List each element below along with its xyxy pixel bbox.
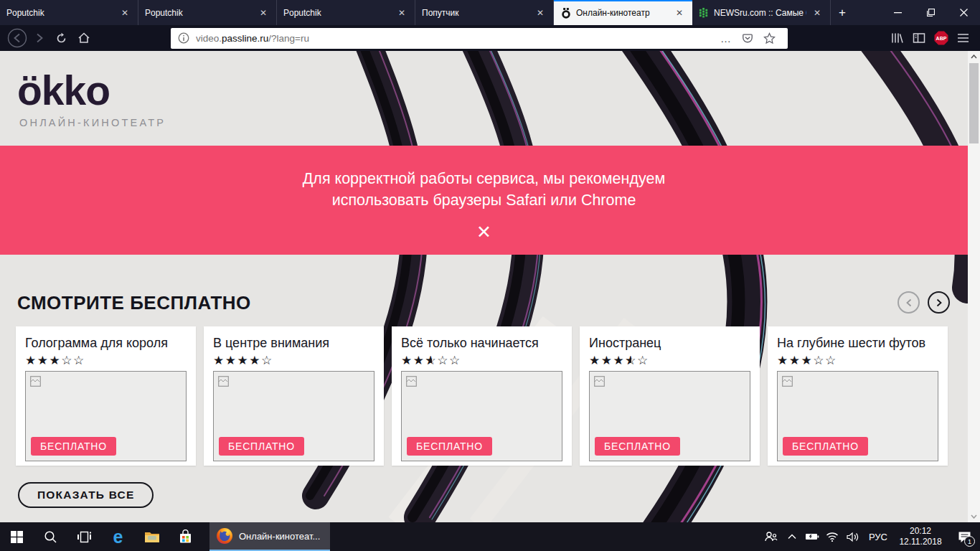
clock[interactable]: 20:12 12.11.2018 — [892, 522, 948, 551]
tab-title: Poputchik — [283, 8, 391, 18]
site-info-icon[interactable] — [178, 32, 189, 44]
movie-poster-placeholder[interactable]: БЕСПЛАТНО — [777, 371, 938, 461]
store-icon — [179, 529, 192, 544]
movie-poster-placeholder[interactable]: БЕСПЛАТНО — [25, 371, 187, 461]
movie-poster-placeholder[interactable]: БЕСПЛАТНО — [401, 371, 562, 461]
tab-newsru[interactable]: NEWSru.com :: Самые 6 ✕ — [692, 0, 831, 25]
battery-icon — [805, 532, 819, 541]
tab-close-icon[interactable]: ✕ — [257, 6, 270, 19]
language-indicator[interactable]: РУС — [864, 522, 892, 551]
menu-button[interactable] — [952, 27, 974, 49]
page-actions-button[interactable]: … — [715, 32, 737, 44]
notification-count-badge: 1 — [964, 536, 975, 547]
taskbar-active-task-firefox[interactable]: Онлайн-кинотеат... — [209, 522, 330, 551]
wifi-button[interactable] — [822, 522, 842, 551]
people-button[interactable] — [759, 522, 782, 551]
reload-button[interactable] — [50, 27, 72, 49]
free-badge: БЕСПЛАТНО — [595, 437, 680, 456]
scrollbar-down-arrow[interactable] — [968, 511, 980, 522]
forward-button[interactable] — [28, 27, 50, 49]
tab-title: Poputchik — [6, 8, 114, 18]
pocket-icon — [742, 32, 753, 44]
free-badge: БЕСПЛАТНО — [219, 437, 304, 456]
back-button[interactable] — [6, 27, 28, 49]
chevron-up-icon — [788, 534, 796, 540]
sidebar-button[interactable] — [908, 27, 930, 49]
movie-card[interactable]: На глубине шести футов ★★★☆☆ БЕСПЛАТНО — [768, 326, 948, 466]
start-button[interactable] — [0, 522, 34, 551]
task-view-button[interactable] — [67, 522, 101, 551]
new-tab-button[interactable]: + — [831, 0, 854, 25]
tab-poputchik-2[interactable]: Poputchik ✕ — [138, 0, 277, 25]
home-icon — [77, 32, 90, 44]
close-window-button[interactable] — [947, 0, 980, 25]
star-rating: ★★★☆☆ — [777, 353, 938, 369]
movie-title: На глубине шести футов — [777, 336, 938, 351]
action-center-button[interactable]: 1 — [948, 522, 980, 551]
url-subdomain: video. — [196, 33, 222, 44]
address-bar[interactable]: video.passline.ru/?lang=ru … — [171, 28, 788, 49]
home-button[interactable] — [72, 27, 95, 49]
carousel-prev-button[interactable] — [897, 291, 920, 314]
library-button[interactable] — [885, 27, 908, 49]
close-icon — [960, 9, 968, 17]
tab-close-icon[interactable]: ✕ — [811, 6, 824, 19]
task-view-icon — [77, 530, 92, 544]
show-all-button[interactable]: ПОКАЗАТЬ ВСЕ — [18, 482, 154, 508]
svg-text:ABP: ABP — [936, 36, 946, 41]
banner-close-button[interactable]: ✕ — [476, 222, 491, 242]
tab-title: Poputchik — [145, 8, 253, 18]
window-controls — [881, 0, 980, 25]
tab-close-icon[interactable]: ✕ — [534, 6, 547, 19]
free-badge: БЕСПЛАТНО — [31, 437, 116, 456]
chevron-left-icon — [905, 298, 913, 307]
movie-card[interactable]: Голограмма для короля ★★★☆☆ БЕСПЛАТНО — [16, 326, 196, 466]
movie-card[interactable]: Иностранец ★★★☆★☆ БЕСПЛАТНО — [580, 326, 760, 466]
taskbar-search-button[interactable] — [34, 522, 67, 551]
movie-poster-placeholder[interactable]: БЕСПЛАТНО — [213, 371, 374, 461]
star-rating: ★★☆★☆☆ — [401, 353, 562, 369]
scrollbar-up-arrow[interactable] — [968, 51, 980, 62]
tray-expand-button[interactable] — [782, 522, 802, 551]
tab-poputchik-3[interactable]: Poputchik ✕ — [277, 0, 415, 25]
url-path: /?lang=ru — [268, 33, 309, 44]
bookmark-button[interactable] — [758, 32, 781, 44]
url-text[interactable]: video.passline.ru/?lang=ru — [196, 33, 715, 44]
reload-icon — [55, 32, 67, 44]
minimize-button[interactable] — [881, 0, 914, 25]
tab-poputchik-ru[interactable]: Попутчик ✕ — [415, 0, 554, 25]
movie-card[interactable]: Всё только начинается ★★☆★☆☆ БЕСПЛАТНО — [392, 326, 572, 466]
tab-close-icon[interactable]: ✕ — [673, 6, 686, 19]
file-explorer-button[interactable] — [135, 522, 169, 551]
microsoft-store-button[interactable] — [169, 522, 202, 551]
triangle-up-icon — [971, 55, 977, 59]
adblock-button[interactable]: ABP — [930, 27, 952, 49]
forward-icon — [33, 32, 46, 44]
active-task-label: Онлайн-кинотеат... — [239, 531, 320, 542]
carousel-next-button[interactable] — [928, 291, 950, 314]
chevron-right-icon — [936, 298, 943, 307]
movie-card[interactable]: В центре внимания ★★★★☆ БЕСПЛАТНО — [204, 326, 384, 466]
okko-tagline: ОНЛАЙН-КИНОТЕАТР — [19, 117, 166, 128]
movie-poster-placeholder[interactable]: БЕСПЛАТНО — [589, 371, 750, 461]
tab-okko-active[interactable]: Онлайн-кинотеатр ✕ — [554, 0, 692, 25]
tab-close-icon[interactable]: ✕ — [395, 6, 408, 19]
people-icon — [763, 530, 778, 543]
maximize-button[interactable] — [914, 0, 947, 25]
tab-title: Онлайн-кинотеатр — [576, 8, 669, 18]
adblock-abp-icon: ABP — [933, 30, 949, 46]
scrollbar-thumb[interactable] — [969, 63, 979, 143]
page-viewport: ökko ОНЛАЙН-КИНОТЕАТР Для корректной раб… — [0, 51, 980, 522]
volume-button[interactable] — [842, 522, 864, 551]
edge-button[interactable]: e — [101, 522, 135, 551]
tab-poputchik-1[interactable]: Poputchik ✕ — [0, 0, 138, 25]
hamburger-icon — [957, 33, 969, 43]
clock-date: 12.11.2018 — [899, 537, 941, 547]
page-scrollbar[interactable] — [968, 51, 980, 522]
pocket-button[interactable] — [737, 32, 758, 44]
star-rating: ★★★☆☆ — [25, 353, 187, 369]
okko-logo[interactable]: ökko — [17, 67, 110, 114]
tab-close-icon[interactable]: ✕ — [118, 6, 131, 19]
free-movies-row: Голограмма для короля ★★★☆☆ БЕСПЛАТНО В … — [16, 326, 948, 466]
battery-button[interactable] — [802, 522, 822, 551]
